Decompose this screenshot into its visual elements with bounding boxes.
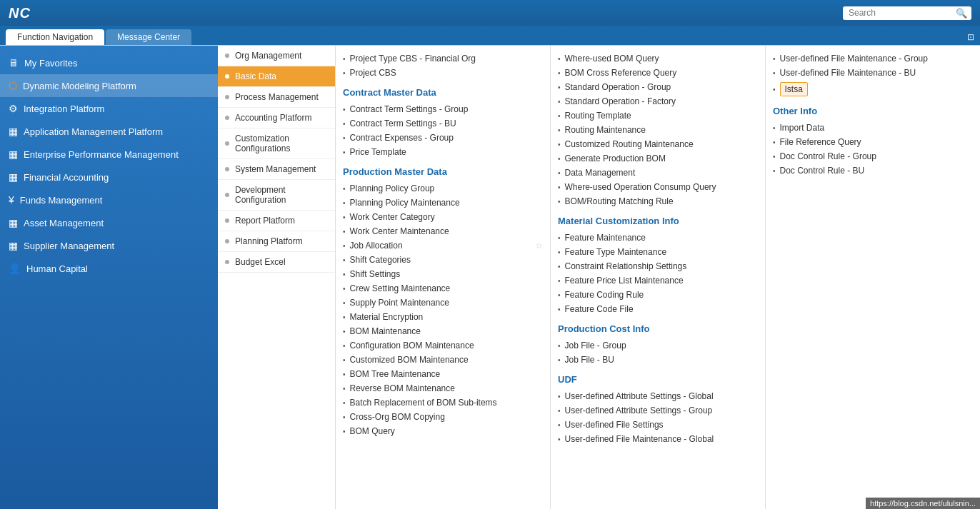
sidebar: 🖥 My Favorites ⬡ Dynamic Modeling Platfo… <box>0 46 218 509</box>
link-customized-bom[interactable]: •Customized BOM Maintenance <box>343 353 543 367</box>
sidebar-item-human-capital[interactable]: 👤 Human Capital <box>0 257 218 280</box>
col2-org-management[interactable]: Org Management <box>218 46 335 66</box>
link-contract-term-group[interactable]: • Contract Term Settings - Group <box>343 102 543 116</box>
link-udf-file-settings[interactable]: •User-defined File Settings <box>558 418 758 432</box>
link-udf-file-maint-bu[interactable]: •User-defined File Maintenance - BU <box>773 66 973 80</box>
link-routing-maint[interactable]: •Routing Maintenance <box>558 123 758 137</box>
col2-accounting[interactable]: Accounting Platform <box>218 108 335 128</box>
col2-dev-config[interactable]: Development Configuration <box>218 180 335 211</box>
section-prod-cost-info: Production Cost Info <box>558 323 758 334</box>
dot-icon <box>225 116 229 120</box>
link-project-type-cbs[interactable]: • Project Type CBS - Financial Org <box>343 51 543 66</box>
section-production-master-data: Production Master Data <box>343 166 543 177</box>
dot-icon <box>225 54 229 58</box>
link-reverse-bom[interactable]: •Reverse BOM Maintenance <box>343 381 543 395</box>
search-bar[interactable]: 🔍 <box>843 6 971 20</box>
col2-process-management[interactable]: Process Management <box>218 87 335 108</box>
link-file-reference-query[interactable]: •File Reference Query <box>773 135 973 149</box>
dot-icon <box>225 260 229 264</box>
link-bom-maintenance[interactable]: •BOM Maintenance <box>343 324 543 338</box>
link-cross-org-bom[interactable]: •Cross-Org BOM Copying <box>343 410 543 424</box>
content-col5: •User-defined File Maintenance - Group •… <box>766 46 980 509</box>
link-std-op-factory[interactable]: •Standard Operation - Factory <box>558 94 758 109</box>
link-udf-file-maint-group[interactable]: •User-defined File Maintenance - Group <box>773 51 973 66</box>
sidebar-item-app-management[interactable]: ▦ Application Management Platform <box>0 120 218 143</box>
link-std-op-group[interactable]: •Standard Operation - Group <box>558 80 758 94</box>
link-generate-prod-bom[interactable]: •Generate Production BOM <box>558 151 758 166</box>
content-area: • Project Type CBS - Financial Org • Pro… <box>336 46 980 509</box>
sidebar-item-favorites[interactable]: 🖥 My Favorites <box>0 51 218 74</box>
search-input[interactable] <box>849 8 956 18</box>
link-shift-settings[interactable]: •Shift Settings <box>343 267 543 281</box>
link-feature-price[interactable]: •Feature Price List Maintenance <box>558 273 758 288</box>
link-whereused-op[interactable]: •Where-used Operation Consump Query <box>558 180 758 194</box>
sidebar-item-financial[interactable]: ▦ Financial Accounting <box>0 166 218 188</box>
app-mgmt-icon: ▦ <box>9 126 18 137</box>
tab-message-center[interactable]: Message Center <box>106 29 191 45</box>
link-work-center-category[interactable]: •Work Center Category <box>343 210 543 224</box>
link-price-template[interactable]: • Price Template <box>343 145 543 159</box>
col2-basic-data[interactable]: Basic Data <box>218 66 335 87</box>
link-material-encryption[interactable]: •Material Encryption <box>343 310 543 324</box>
link-batch-replacement[interactable]: •Batch Replacement of BOM Sub-items <box>343 395 543 410</box>
col2-customization[interactable]: Customization Configurations <box>218 128 335 159</box>
link-feature-type[interactable]: •Feature Type Maintenance <box>558 245 758 259</box>
link-job-allocation[interactable]: • Job Allocation ☆ <box>343 238 543 253</box>
col2-system-management[interactable]: System Management <box>218 159 335 180</box>
link-feature-maint[interactable]: •Feature Maintenance <box>558 231 758 245</box>
sidebar-item-integration[interactable]: ⚙ Integration Platform <box>0 97 218 120</box>
link-data-management[interactable]: •Data Management <box>558 166 758 180</box>
sidebar-item-funds[interactable]: ¥ Funds Management <box>0 188 218 211</box>
link-work-center-maint[interactable]: •Work Center Maintenance <box>343 224 543 238</box>
link-planning-policy-maint[interactable]: •Planning Policy Maintenance <box>343 196 543 210</box>
link-udf-file-maint-global[interactable]: •User-defined File Maintenance - Global <box>558 432 758 446</box>
link-udf-attr-group[interactable]: •User-defined Attribute Settings - Group <box>558 403 758 418</box>
link-shift-categories[interactable]: •Shift Categories <box>343 253 543 267</box>
link-doc-control-bu[interactable]: •Doc Control Rule - BU <box>773 163 973 178</box>
link-project-cbs[interactable]: • Project CBS <box>343 66 543 80</box>
link-routing-template[interactable]: •Routing Template <box>558 109 758 123</box>
dynamic-icon: ⬡ <box>9 80 17 91</box>
dot-icon <box>225 95 229 99</box>
link-job-file-bu[interactable]: •Job File - BU <box>558 353 758 367</box>
sidebar-item-enterprise-perf[interactable]: ▦ Enterprise Performance Management <box>0 143 218 166</box>
window-controls[interactable]: ⊡ <box>967 32 974 45</box>
link-bom-routing-match[interactable]: •BOM/Routing Matching Rule <box>558 194 758 208</box>
link-bom-query[interactable]: •BOM Query <box>343 424 543 438</box>
link-contract-term-bu[interactable]: • Contract Term Settings - BU <box>343 116 543 131</box>
human-capital-icon: 👤 <box>9 263 21 274</box>
link-crew-setting[interactable]: •Crew Setting Maintenance <box>343 281 543 296</box>
link-udf-attr-global[interactable]: •User-defined Attribute Settings - Globa… <box>558 389 758 403</box>
main: 🖥 My Favorites ⬡ Dynamic Modeling Platfo… <box>0 46 980 509</box>
tab-function-navigation[interactable]: Function Navigation <box>6 29 104 45</box>
link-import-data[interactable]: •Import Data <box>773 121 973 135</box>
link-feature-code-file[interactable]: •Feature Code File <box>558 302 758 316</box>
col2-budget-excel[interactable]: Budget Excel <box>218 252 335 273</box>
col2-report-platform[interactable]: Report Platform <box>218 211 335 231</box>
navtabs: Function Navigation Message Center ⊡ <box>0 26 980 46</box>
link-customized-routing[interactable]: •Customized Routing Maintenance <box>558 137 758 151</box>
link-planning-policy-group[interactable]: •Planning Policy Group <box>343 181 543 196</box>
link-config-bom[interactable]: •Configuration BOM Maintenance <box>343 338 543 353</box>
col2-planning-platform[interactable]: Planning Platform <box>218 231 335 252</box>
sidebar-item-asset[interactable]: ▦ Asset Management <box>0 211 218 234</box>
link-istsa[interactable]: • Istsa <box>773 80 973 99</box>
link-job-file-group[interactable]: •Job File - Group <box>558 338 758 353</box>
link-feature-coding[interactable]: •Feature Coding Rule <box>558 288 758 302</box>
sidebar-item-dynamic-modeling[interactable]: ⬡ Dynamic Modeling Platform <box>0 74 218 97</box>
search-icon: 🔍 <box>956 8 967 19</box>
highlighted-istsa: Istsa <box>780 82 808 96</box>
dot-icon <box>225 74 229 79</box>
link-constraint-rel[interactable]: •Constraint Relationship Settings <box>558 259 758 273</box>
link-supply-point[interactable]: •Supply Point Maintenance <box>343 296 543 310</box>
dot-icon <box>225 239 229 243</box>
section-contract-master-data: Contract Master Data <box>343 87 543 98</box>
link-bom-cross-ref[interactable]: •BOM Cross Reference Query <box>558 66 758 80</box>
link-bom-tree[interactable]: •BOM Tree Maintenance <box>343 367 543 381</box>
link-whereused-bom[interactable]: •Where-used BOM Query <box>558 51 758 66</box>
link-doc-control-group[interactable]: •Doc Control Rule - Group <box>773 149 973 163</box>
integration-icon: ⚙ <box>9 103 18 114</box>
star-icon[interactable]: ☆ <box>535 241 543 251</box>
link-contract-expenses[interactable]: • Contract Expenses - Group <box>343 131 543 145</box>
sidebar-item-supplier[interactable]: ▦ Supplier Management <box>0 234 218 257</box>
